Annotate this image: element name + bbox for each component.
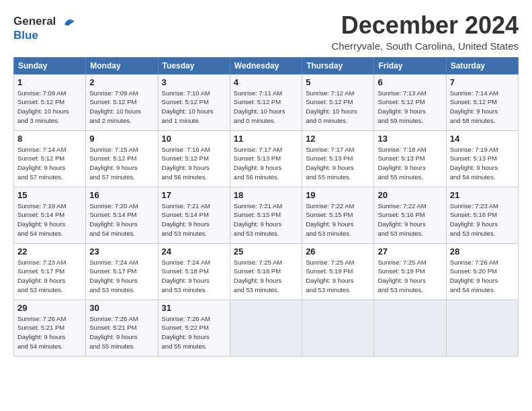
day-info: Sunrise: 7:24 AM Sunset: 5:17 PM Dayligh… bbox=[89, 258, 154, 295]
calendar-week-row: 8Sunrise: 7:14 AM Sunset: 5:12 PM Daylig… bbox=[14, 130, 519, 187]
day-number: 11 bbox=[234, 134, 298, 144]
calendar-cell: 9Sunrise: 7:15 AM Sunset: 5:12 PM Daylig… bbox=[86, 130, 158, 187]
day-info: Sunrise: 7:25 AM Sunset: 5:19 PM Dayligh… bbox=[306, 258, 370, 295]
day-number: 18 bbox=[234, 190, 298, 200]
day-info: Sunrise: 7:26 AM Sunset: 5:21 PM Dayligh… bbox=[17, 314, 82, 351]
day-info: Sunrise: 7:24 AM Sunset: 5:18 PM Dayligh… bbox=[162, 258, 226, 295]
calendar-cell: 16Sunrise: 7:20 AM Sunset: 5:14 PM Dayli… bbox=[86, 187, 158, 243]
day-info: Sunrise: 7:14 AM Sunset: 5:12 PM Dayligh… bbox=[450, 89, 515, 126]
day-number: 25 bbox=[234, 246, 298, 257]
day-number: 5 bbox=[306, 77, 370, 87]
day-info: Sunrise: 7:22 AM Sunset: 5:16 PM Dayligh… bbox=[378, 201, 442, 238]
header-thursday: Thursday bbox=[302, 57, 374, 74]
day-number: 12 bbox=[306, 134, 370, 144]
day-number: 31 bbox=[162, 303, 226, 313]
day-info: Sunrise: 7:20 AM Sunset: 5:14 PM Dayligh… bbox=[89, 201, 154, 238]
calendar-cell: 19Sunrise: 7:22 AM Sunset: 5:15 PM Dayli… bbox=[302, 187, 374, 243]
day-info: Sunrise: 7:10 AM Sunset: 5:12 PM Dayligh… bbox=[162, 89, 226, 126]
day-number: 19 bbox=[306, 190, 370, 200]
calendar-cell: 12Sunrise: 7:17 AM Sunset: 5:13 PM Dayli… bbox=[302, 130, 374, 187]
header-monday: Monday bbox=[86, 57, 158, 74]
day-number: 14 bbox=[450, 134, 515, 144]
calendar-week-row: 29Sunrise: 7:26 AM Sunset: 5:21 PM Dayli… bbox=[14, 300, 519, 356]
calendar-cell: 4Sunrise: 7:11 AM Sunset: 5:12 PM Daylig… bbox=[230, 74, 302, 130]
weekday-header-row: Sunday Monday Tuesday Wednesday Thursday… bbox=[14, 57, 519, 74]
calendar-cell bbox=[230, 300, 302, 356]
day-number: 9 bbox=[89, 134, 154, 144]
day-number: 20 bbox=[378, 190, 442, 200]
header-saturday: Saturday bbox=[446, 57, 518, 74]
calendar-cell: 31Sunrise: 7:26 AM Sunset: 5:22 PM Dayli… bbox=[158, 300, 230, 356]
calendar-cell: 14Sunrise: 7:19 AM Sunset: 5:13 PM Dayli… bbox=[446, 130, 518, 187]
day-number: 13 bbox=[378, 134, 442, 144]
calendar-cell: 27Sunrise: 7:25 AM Sunset: 5:19 PM Dayli… bbox=[374, 243, 446, 300]
calendar-cell bbox=[302, 300, 374, 356]
calendar-cell bbox=[446, 300, 518, 356]
day-info: Sunrise: 7:14 AM Sunset: 5:12 PM Dayligh… bbox=[17, 145, 82, 182]
calendar-cell: 11Sunrise: 7:17 AM Sunset: 5:13 PM Dayli… bbox=[230, 130, 302, 187]
day-info: Sunrise: 7:15 AM Sunset: 5:12 PM Dayligh… bbox=[89, 145, 154, 182]
day-number: 26 bbox=[306, 246, 370, 257]
day-info: Sunrise: 7:12 AM Sunset: 5:12 PM Dayligh… bbox=[306, 89, 370, 126]
header-sunday: Sunday bbox=[14, 57, 86, 74]
calendar-week-row: 22Sunrise: 7:23 AM Sunset: 5:17 PM Dayli… bbox=[14, 243, 519, 300]
day-number: 16 bbox=[89, 190, 154, 200]
calendar-cell: 7Sunrise: 7:14 AM Sunset: 5:12 PM Daylig… bbox=[446, 74, 518, 130]
day-number: 23 bbox=[89, 246, 154, 257]
day-info: Sunrise: 7:22 AM Sunset: 5:15 PM Dayligh… bbox=[306, 201, 370, 238]
day-info: Sunrise: 7:18 AM Sunset: 5:13 PM Dayligh… bbox=[378, 145, 442, 182]
calendar-cell: 30Sunrise: 7:26 AM Sunset: 5:21 PM Dayli… bbox=[86, 300, 158, 356]
logo-line1: General bbox=[13, 15, 75, 30]
logo: General Blue bbox=[13, 15, 75, 42]
month-title: December 2024 bbox=[332, 12, 519, 39]
day-info: Sunrise: 7:09 AM Sunset: 5:12 PM Dayligh… bbox=[89, 89, 154, 126]
day-info: Sunrise: 7:19 AM Sunset: 5:14 PM Dayligh… bbox=[17, 201, 82, 238]
calendar-cell: 29Sunrise: 7:26 AM Sunset: 5:21 PM Dayli… bbox=[14, 300, 86, 356]
calendar-cell: 5Sunrise: 7:12 AM Sunset: 5:12 PM Daylig… bbox=[302, 74, 374, 130]
day-info: Sunrise: 7:17 AM Sunset: 5:13 PM Dayligh… bbox=[234, 145, 298, 182]
day-info: Sunrise: 7:25 AM Sunset: 5:19 PM Dayligh… bbox=[378, 258, 442, 295]
calendar-table: Sunday Monday Tuesday Wednesday Thursday… bbox=[13, 57, 519, 357]
calendar-cell: 22Sunrise: 7:23 AM Sunset: 5:17 PM Dayli… bbox=[14, 243, 86, 300]
header-friday: Friday bbox=[374, 57, 446, 74]
day-info: Sunrise: 7:13 AM Sunset: 5:12 PM Dayligh… bbox=[378, 89, 442, 126]
day-number: 27 bbox=[378, 246, 442, 257]
day-number: 3 bbox=[162, 77, 226, 87]
day-info: Sunrise: 7:23 AM Sunset: 5:17 PM Dayligh… bbox=[17, 258, 82, 295]
calendar-cell: 13Sunrise: 7:18 AM Sunset: 5:13 PM Dayli… bbox=[374, 130, 446, 187]
calendar-cell: 1Sunrise: 7:09 AM Sunset: 5:12 PM Daylig… bbox=[14, 74, 86, 130]
calendar-week-row: 15Sunrise: 7:19 AM Sunset: 5:14 PM Dayli… bbox=[14, 187, 519, 243]
header-wednesday: Wednesday bbox=[230, 57, 302, 74]
day-info: Sunrise: 7:26 AM Sunset: 5:20 PM Dayligh… bbox=[450, 258, 515, 295]
day-number: 29 bbox=[17, 303, 82, 313]
day-number: 17 bbox=[162, 190, 226, 200]
day-info: Sunrise: 7:09 AM Sunset: 5:12 PM Dayligh… bbox=[17, 89, 82, 126]
calendar-cell: 17Sunrise: 7:21 AM Sunset: 5:14 PM Dayli… bbox=[158, 187, 230, 243]
title-block: December 2024 Cherryvale, South Carolina… bbox=[332, 12, 519, 52]
day-number: 10 bbox=[162, 134, 226, 144]
logo-line2: Blue bbox=[13, 30, 75, 42]
day-info: Sunrise: 7:21 AM Sunset: 5:14 PM Dayligh… bbox=[162, 201, 226, 238]
calendar-cell: 2Sunrise: 7:09 AM Sunset: 5:12 PM Daylig… bbox=[86, 74, 158, 130]
calendar-cell: 24Sunrise: 7:24 AM Sunset: 5:18 PM Dayli… bbox=[158, 243, 230, 300]
day-info: Sunrise: 7:21 AM Sunset: 5:15 PM Dayligh… bbox=[234, 201, 298, 238]
day-info: Sunrise: 7:11 AM Sunset: 5:12 PM Dayligh… bbox=[234, 89, 298, 126]
day-number: 6 bbox=[378, 77, 442, 87]
day-number: 24 bbox=[162, 246, 226, 257]
calendar-cell: 20Sunrise: 7:22 AM Sunset: 5:16 PM Dayli… bbox=[374, 187, 446, 243]
day-number: 1 bbox=[17, 77, 82, 87]
day-number: 30 bbox=[89, 303, 154, 313]
calendar-cell: 6Sunrise: 7:13 AM Sunset: 5:12 PM Daylig… bbox=[374, 74, 446, 130]
day-info: Sunrise: 7:23 AM Sunset: 5:16 PM Dayligh… bbox=[450, 201, 515, 238]
day-number: 7 bbox=[450, 77, 515, 87]
calendar-cell: 26Sunrise: 7:25 AM Sunset: 5:19 PM Dayli… bbox=[302, 243, 374, 300]
calendar-week-row: 1Sunrise: 7:09 AM Sunset: 5:12 PM Daylig… bbox=[14, 74, 519, 130]
calendar-cell: 3Sunrise: 7:10 AM Sunset: 5:12 PM Daylig… bbox=[158, 74, 230, 130]
day-number: 15 bbox=[17, 190, 82, 200]
day-number: 2 bbox=[89, 77, 154, 87]
calendar-cell: 28Sunrise: 7:26 AM Sunset: 5:20 PM Dayli… bbox=[446, 243, 518, 300]
day-info: Sunrise: 7:26 AM Sunset: 5:21 PM Dayligh… bbox=[89, 314, 154, 351]
location-text: Cherryvale, South Carolina, United State… bbox=[332, 40, 519, 52]
day-number: 8 bbox=[17, 134, 82, 144]
header-tuesday: Tuesday bbox=[158, 57, 230, 74]
